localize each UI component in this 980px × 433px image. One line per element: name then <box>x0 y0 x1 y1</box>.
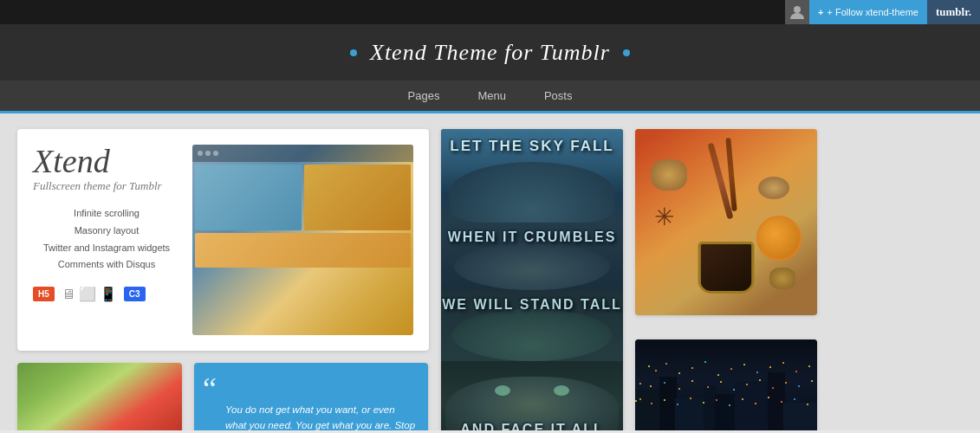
cat-section-face: AND FACE IT ALL <box>441 361 623 430</box>
feature-list: Infinite scrolling Masonry layout Twitte… <box>33 205 180 274</box>
header: Xtend Theme for Tumblr <box>0 24 980 81</box>
feature-item: Masonry layout <box>33 223 180 240</box>
bottom-row: “ You do not get what you want, or even … <box>17 363 429 430</box>
feature-subtitle: Fullscreen theme for Tumblr <box>33 179 180 193</box>
feature-item: Twitter and Instagram widgets <box>33 240 180 257</box>
feature-icons: H5 🖥 ⬜ 📱 C3 <box>33 286 180 302</box>
cat-text-line4: AND FACE IT ALL <box>441 422 623 430</box>
cat-card: LET THE SKY FALL WHEN IT CRUMBLES WE WIL… <box>441 129 623 430</box>
desktop-icon: 🖥 <box>62 287 75 302</box>
title-dot-left <box>350 49 357 56</box>
mobile-icon: 📱 <box>100 286 117 302</box>
sc-block-1 <box>195 165 302 230</box>
feature-item: Infinite scrolling <box>33 205 180 223</box>
top-bar: + + Follow xtend-theme tumblr. <box>0 0 980 24</box>
star-anise-icon: ✳ <box>654 203 674 231</box>
cat-text-line3: WE WILL STAND TALL <box>441 297 623 313</box>
follow-label: + Follow xtend-theme <box>827 7 918 17</box>
nav-menu[interactable]: Menu <box>458 80 525 113</box>
food-card <box>17 363 182 430</box>
tablet-icon: ⬜ <box>79 286 96 302</box>
masonry-grid: Xtend Fullscreen theme for Tumblr Infini… <box>17 129 963 430</box>
cat-section-sky: LET THE SKY FALL <box>441 129 623 223</box>
nav-bar: Pages Menu Posts <box>0 81 980 113</box>
html5-badge: H5 <box>33 287 55 301</box>
cat-text-line2: WHEN IT CRUMBLES <box>441 229 623 245</box>
city-photo <box>635 339 817 430</box>
feature-title: Xtend <box>33 145 180 178</box>
quote-card: “ You do not get what you want, or even … <box>194 363 428 430</box>
quote-mark-icon: “ <box>203 373 217 404</box>
spice-photo-card: ✳ <box>635 129 817 315</box>
feature-card: Xtend Fullscreen theme for Tumblr Infini… <box>17 129 429 351</box>
screenshot-mock <box>192 145 413 335</box>
nav-pages[interactable]: Pages <box>389 80 459 113</box>
feature-item: Comments with Disqus <box>33 256 180 274</box>
svg-point-0 <box>794 6 801 13</box>
follow-button[interactable]: + + Follow xtend-theme <box>809 0 927 24</box>
column-1: Xtend Fullscreen theme for Tumblr Infini… <box>17 129 429 430</box>
tumblr-logo-button[interactable]: tumblr. <box>927 0 980 24</box>
screenshot-content <box>192 162 413 335</box>
spice-photo: ✳ <box>635 129 817 315</box>
main-content: Xtend Fullscreen theme for Tumblr Infini… <box>0 113 980 430</box>
sc-block-2 <box>304 165 411 230</box>
column-3-photos: ✳ <box>635 129 817 430</box>
cat-section-tall: WE WILL STAND TALL <box>441 290 623 361</box>
feature-screenshot <box>192 145 413 335</box>
plus-icon: + <box>818 7 823 17</box>
title-dot-right <box>623 49 630 56</box>
feature-left: Xtend Fullscreen theme for Tumblr Infini… <box>33 145 180 335</box>
css3-badge: C3 <box>124 287 146 301</box>
cat-section-crumbles: WHEN IT CRUMBLES <box>441 223 623 290</box>
site-title-text: Xtend Theme for Tumblr <box>370 40 610 65</box>
site-title: Xtend Theme for Tumblr <box>343 40 638 66</box>
cat-text-line1: LET THE SKY FALL <box>441 138 623 155</box>
food-image <box>17 363 182 430</box>
column-2-cats: LET THE SKY FALL WHEN IT CRUMBLES WE WIL… <box>441 129 623 430</box>
screenshot-bar <box>192 145 413 162</box>
device-icons: 🖥 ⬜ 📱 <box>62 286 117 302</box>
quote-text: You do not get what you want, or even wh… <box>225 403 416 430</box>
sc-block-3 <box>195 233 411 268</box>
tumblr-label: tumblr. <box>936 5 971 19</box>
nav-posts[interactable]: Posts <box>525 80 592 113</box>
avatar <box>785 0 809 24</box>
city-photo-card <box>635 339 817 430</box>
